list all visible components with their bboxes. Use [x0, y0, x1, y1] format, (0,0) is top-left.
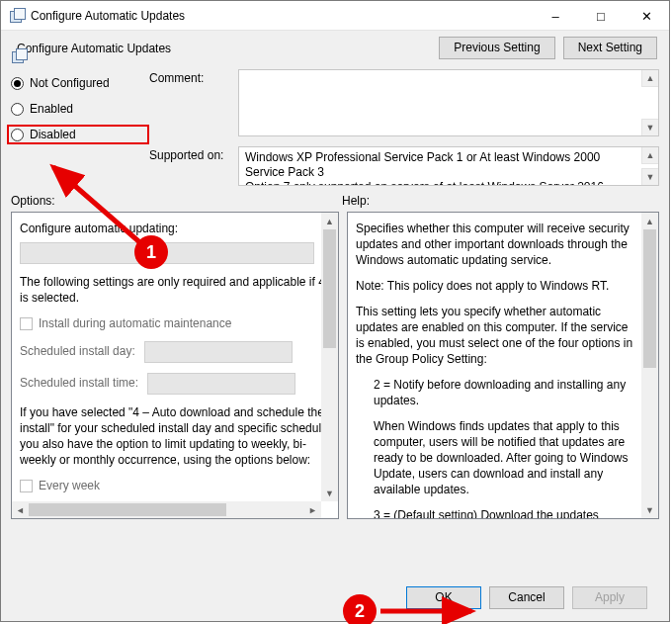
install-day-label: Scheduled install day: [20, 344, 135, 358]
options-paragraph: If you have selected "4 – Auto download … [20, 404, 321, 468]
checkbox-icon [20, 317, 33, 330]
scrollbar-thumb[interactable] [29, 503, 226, 516]
next-setting-button[interactable]: Next Setting [563, 37, 657, 59]
maintenance-checkbox-row[interactable]: Install during automatic maintenance [20, 315, 313, 331]
scroll-left-icon[interactable]: ◄ [12, 501, 29, 518]
annotation-badge-2: 2 [343, 594, 377, 624]
help-text: Note: This policy does not apply to Wind… [356, 278, 633, 294]
radio-label: Enabled [30, 102, 73, 116]
radio-label: Disabled [30, 128, 76, 141]
previous-setting-button[interactable]: Previous Setting [439, 37, 554, 59]
help-text: This setting lets you specify whether au… [356, 304, 633, 367]
scrollbar-thumb[interactable] [323, 229, 336, 348]
apply-button[interactable]: Apply [572, 586, 647, 609]
install-day-dropdown[interactable] [144, 341, 293, 363]
annotation-arrow-1 [36, 157, 154, 256]
install-time-label: Scheduled install time: [20, 376, 138, 390]
scroll-down-icon[interactable]: ▼ [641, 119, 658, 135]
vertical-scrollbar[interactable]: ▲ ▼ [641, 213, 658, 518]
cancel-button[interactable]: Cancel [489, 586, 564, 609]
title-bar: Configure Automatic Updates – □ ✕ [1, 1, 669, 31]
options-pane: Configure automatic updating: The follow… [11, 212, 339, 519]
comment-textarea[interactable]: ▲ ▼ [238, 69, 659, 136]
help-label: Help: [342, 194, 659, 208]
scroll-down-icon[interactable]: ▼ [641, 501, 658, 518]
svg-line-0 [53, 167, 144, 246]
maximize-button[interactable]: □ [578, 1, 624, 31]
help-text: 3 = (Default setting) Download the updat… [356, 507, 633, 518]
policy-heading: Configure Automatic Updates [17, 42, 171, 55]
window-title: Configure Automatic Updates [31, 9, 533, 23]
supported-on-text: Windows XP Professional Service Pack 1 o… [245, 150, 607, 186]
install-day-row: Scheduled install day: [20, 341, 313, 363]
scroll-down-icon[interactable]: ▼ [641, 168, 658, 185]
install-time-row: Scheduled install time: [20, 373, 313, 395]
radio-label: Not Configured [30, 76, 110, 90]
install-time-dropdown[interactable] [147, 373, 295, 395]
supported-label: Supported on: [149, 146, 238, 186]
annotation-arrow-2 [377, 596, 485, 624]
help-text: Specifies whether this computer will rec… [356, 221, 633, 268]
comment-label: Comment: [149, 69, 238, 136]
scroll-up-icon[interactable]: ▲ [641, 147, 658, 164]
annotation-badge-1: 1 [134, 235, 168, 269]
scrollbar-thumb[interactable] [643, 229, 656, 368]
radio-not-configured[interactable]: Not Configured [11, 73, 149, 93]
minimize-button[interactable]: – [533, 1, 578, 31]
help-text: 2 = Notify before downloading and instal… [356, 377, 633, 408]
vertical-scrollbar[interactable]: ▲ ▼ [321, 213, 338, 501]
radio-enabled[interactable]: Enabled [11, 99, 149, 119]
close-button[interactable]: ✕ [624, 1, 669, 31]
radio-disabled[interactable]: Disabled [7, 125, 149, 144]
scroll-right-icon[interactable]: ► [304, 501, 321, 518]
scroll-up-icon[interactable]: ▲ [641, 70, 658, 87]
horizontal-scrollbar[interactable]: ◄ ► [12, 501, 321, 518]
scroll-up-icon[interactable]: ▲ [641, 213, 658, 229]
radio-icon [11, 77, 24, 90]
help-pane: Specifies whether this computer will rec… [347, 212, 659, 519]
every-week-checkbox-row[interactable]: Every week [20, 478, 313, 493]
radio-icon [11, 129, 24, 141]
policy-icon [9, 8, 25, 24]
checkbox-icon [20, 480, 33, 492]
scroll-up-icon[interactable]: ▲ [321, 213, 338, 229]
scroll-down-icon[interactable]: ▼ [321, 485, 338, 501]
radio-icon [11, 103, 24, 116]
options-note: The following settings are only required… [20, 274, 321, 306]
supported-on-box: Windows XP Professional Service Pack 1 o… [238, 146, 659, 186]
help-text: When Windows finds updates that apply to… [356, 418, 633, 497]
